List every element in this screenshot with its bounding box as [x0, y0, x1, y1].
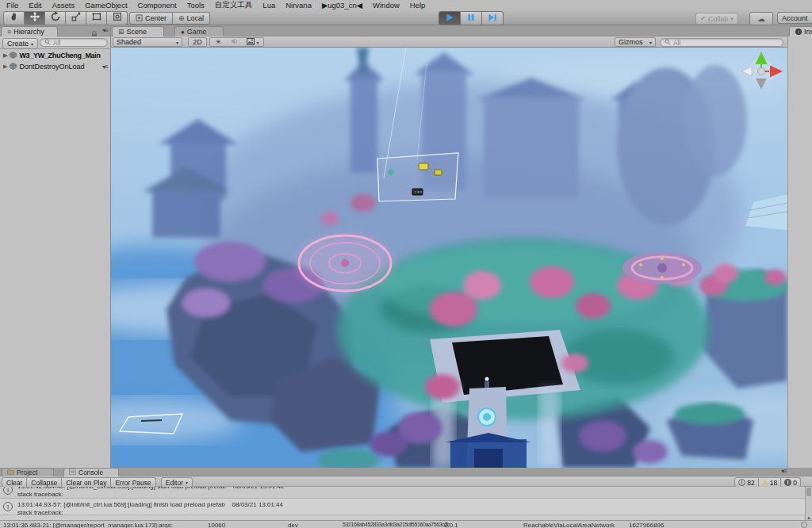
rect-tool-button[interactable]: [86, 11, 107, 25]
collab-check-icon: ✔: [700, 15, 706, 22]
2d-toggle-label: 2D: [193, 38, 202, 46]
status-message: 13:01:36.483-21: [@manager/report_manage…: [3, 522, 173, 528]
collab-button[interactable]: ✔ Collab ▾: [695, 13, 738, 25]
error-icon: !: [784, 479, 791, 486]
hierarchy-panel: ≡ Hierarchy ▾≡ Create ▾ All ▶ W3_YW_ZhuC…: [0, 25, 111, 468]
inspector-panel-collapsed: i Insp: [787, 25, 812, 468]
menu-assets[interactable]: Assets: [52, 1, 75, 10]
expand-arrow-icon[interactable]: ▶: [3, 63, 7, 70]
info-count: 82: [747, 479, 754, 487]
pivot-center-button[interactable]: Center: [129, 12, 173, 25]
menu-file[interactable]: File: [6, 1, 18, 10]
central-plaza: [430, 330, 580, 468]
inspector-tab-label: Insp: [804, 28, 812, 36]
status-value: dev: [288, 522, 298, 528]
project-tab-label: Project: [17, 469, 37, 476]
rect-icon: [91, 11, 102, 25]
magic-circle: [296, 233, 394, 293]
tab-console[interactable]: Console: [63, 468, 119, 476]
cloud-services-button[interactable]: ☁: [749, 12, 773, 25]
rotate-tool-button[interactable]: [45, 11, 66, 25]
menu-edit[interactable]: Edit: [29, 1, 41, 10]
hand-tool-button[interactable]: [3, 11, 25, 25]
hierarchy-item-label: DontDestroyOnLoad: [19, 63, 84, 71]
create-button[interactable]: Create ▾: [2, 38, 38, 49]
menu-bar: File Edit Assets GameObject Component To…: [0, 0, 812, 10]
gizmos-dropdown[interactable]: Gizmos ▾: [615, 37, 656, 47]
hierarchy-item-dontdestroyonload[interactable]: ▶ DontDestroyOnLoad ▾≡: [0, 61, 110, 72]
log-traceback-line: stack traceback:: [17, 509, 63, 517]
pause-icon: [466, 11, 476, 25]
account-button[interactable]: Account: [777, 12, 812, 24]
scene-viewport[interactable]: [111, 48, 787, 468]
pivot-local-label: Local: [187, 14, 205, 22]
console-log-list: ! 13:01:42.084-40: [@init/init_ctrl.lua:…: [0, 487, 805, 520]
effects-image-icon: [247, 38, 255, 47]
pivot-local-button[interactable]: ⊕ Local: [173, 12, 210, 25]
status-bar[interactable]: 13:01:36.483-21: [@manager/report_manage…: [0, 520, 812, 528]
create-caret-icon: ▾: [31, 41, 33, 47]
info-icon: !: [3, 487, 13, 495]
pivot-toggle-group: Center ⊕ Local: [129, 12, 210, 25]
effects-dropdown-button[interactable]: ▾: [243, 37, 264, 47]
console-toolbar: Clear Collapse Clear on Play Error Pause…: [0, 476, 812, 487]
inspector-tab-icon: i: [795, 29, 802, 35]
cloud-icon: ☁: [757, 14, 765, 23]
tab-inspector[interactable]: i Insp: [789, 26, 812, 36]
lighting-toggle-button[interactable]: ☀: [209, 37, 227, 47]
play-button[interactable]: [439, 11, 461, 25]
hierarchy-item-w3-yw-zhucheng-main[interactable]: ▶ W3_YW_ZhuCheng_Main: [0, 50, 110, 61]
tab-game[interactable]: ● Game: [174, 26, 224, 36]
hierarchy-toolbar: Create ▾ All: [0, 36, 110, 49]
scale-tool-button[interactable]: [66, 11, 86, 25]
draw-mode-dropdown[interactable]: Shaded ▾: [113, 37, 182, 47]
transform-tool-button[interactable]: [107, 11, 128, 25]
tab-project[interactable]: Project: [2, 468, 54, 476]
game-tab-label: Game: [187, 28, 207, 36]
audio-toggle-button[interactable]: [226, 37, 243, 47]
tab-scene[interactable]: ⊞ Scene: [112, 26, 164, 36]
scale-icon: [71, 11, 82, 25]
hierarchy-tabstrip: ≡ Hierarchy ▾≡: [0, 25, 110, 36]
menu-window[interactable]: Window: [373, 1, 400, 10]
menu-gameobject[interactable]: GameObject: [85, 1, 127, 10]
log-entry[interactable]: ! 13:01:42.084-40: [@init/init_ctrl.lua:…: [0, 487, 805, 499]
game-tab-icon: ●: [181, 29, 185, 36]
status-value: ReachableViaLocalAreaNetwork: [523, 522, 615, 528]
menu-component[interactable]: Component: [138, 1, 177, 10]
menu-ug03-cn[interactable]: ▶ug03_cn◀: [322, 1, 362, 10]
scene-search-input[interactable]: All: [660, 38, 783, 47]
menu-lua[interactable]: Lua: [262, 1, 275, 10]
scene-view-toolbar: Shaded ▾ 2D ☀ ▾ Gizmos ▾ All: [111, 36, 787, 48]
bottom-tabstrip: Project Console ▾≡: [0, 468, 812, 476]
warning-icon: ⚠: [762, 479, 768, 487]
menu-custom-tools[interactable]: 自定义工具: [215, 0, 253, 10]
folder-icon: [7, 469, 14, 476]
log-line: 13:01:44.93-57: [@init/init_ctrl.lua:569…: [17, 501, 283, 509]
pause-button[interactable]: [461, 11, 482, 25]
step-icon: [488, 11, 497, 25]
menu-tools[interactable]: Tools: [187, 1, 205, 10]
warning-count: 18: [770, 479, 777, 487]
hierarchy-search-input[interactable]: All: [40, 38, 108, 47]
status-value: 0.0.1: [444, 522, 458, 528]
hierarchy-panel-menu-icon[interactable]: ▾≡: [102, 27, 108, 34]
status-value: 1627966896: [629, 522, 665, 528]
expand-arrow-icon[interactable]: ▶: [3, 52, 7, 59]
move-tool-button[interactable]: [25, 11, 45, 25]
item-menu-icon[interactable]: ▾≡: [102, 63, 108, 71]
scrollbar-thumb[interactable]: [806, 488, 811, 496]
status-value: 10060: [208, 522, 225, 528]
play-icon: [445, 11, 454, 25]
menu-nirvana[interactable]: Nirvana: [285, 1, 312, 10]
main-toolbar: Center ⊕ Local ✔ Collab ▾ ☁ Account: [0, 10, 812, 25]
console-panel-menu-icon[interactable]: ▾≡: [781, 468, 787, 475]
menu-help[interactable]: Help: [410, 1, 426, 10]
log-entry[interactable]: ! 13:01:44.93-57: [@init/init_ctrl.lua:5…: [0, 499, 805, 515]
console-scrollbar[interactable]: ▲: [805, 487, 812, 520]
create-label: Create: [7, 40, 29, 48]
step-button[interactable]: [482, 11, 504, 25]
tab-hierarchy[interactable]: ≡ Hierarchy: [1, 26, 58, 36]
2d-toggle-button[interactable]: 2D: [188, 37, 207, 47]
hierarchy-item-label: W3_YW_ZhuCheng_Main: [19, 52, 100, 59]
